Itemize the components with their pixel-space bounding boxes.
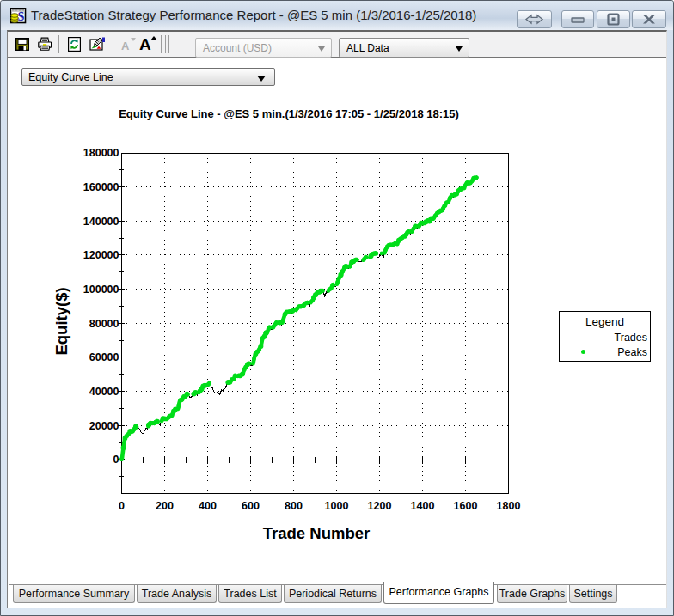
svg-text:0: 0	[113, 454, 119, 466]
svg-text:100000: 100000	[83, 284, 119, 296]
svg-text:140000: 140000	[83, 216, 119, 228]
svg-text:Trade Number: Trade Number	[263, 524, 370, 542]
svg-text:200: 200	[156, 500, 174, 512]
svg-text:400: 400	[199, 500, 217, 512]
svg-text:600: 600	[242, 500, 260, 512]
svg-text:160000: 160000	[83, 181, 119, 193]
svg-text:Equity Curve Line - @ES 5 min.: Equity Curve Line - @ES 5 min.(1/3/2016 …	[119, 107, 459, 120]
svg-text:800: 800	[285, 500, 303, 512]
svg-text:60000: 60000	[89, 351, 119, 363]
svg-text:1400: 1400	[411, 500, 435, 512]
svg-text:Equity($): Equity($)	[52, 287, 70, 355]
svg-text:180000: 180000	[83, 147, 119, 159]
svg-text:120000: 120000	[83, 249, 119, 261]
svg-text:$: $	[18, 9, 25, 23]
svg-text:0: 0	[119, 500, 125, 512]
svg-text:80000: 80000	[89, 318, 119, 330]
svg-text:1600: 1600	[454, 500, 478, 512]
svg-text:1800: 1800	[497, 500, 521, 512]
svg-text:1200: 1200	[368, 500, 392, 512]
svg-text:20000: 20000	[89, 420, 119, 432]
svg-text:1000: 1000	[325, 500, 349, 512]
svg-text:40000: 40000	[89, 386, 119, 398]
